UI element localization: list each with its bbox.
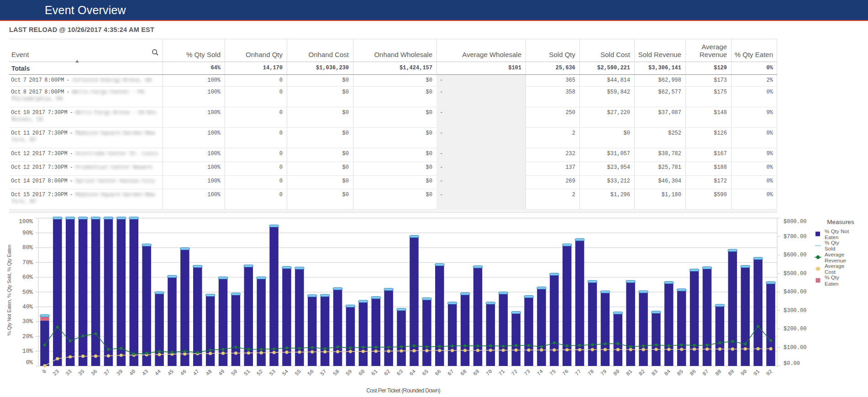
- svg-text:89: 89: [727, 368, 736, 377]
- svg-text:40: 40: [128, 368, 137, 377]
- svg-text:% Qty: % Qty: [825, 240, 839, 246]
- svg-text:65: 65: [421, 368, 430, 377]
- svg-text:90: 90: [739, 368, 748, 377]
- svg-text:% Qty: % Qty: [825, 274, 839, 280]
- svg-text:35: 35: [77, 368, 86, 377]
- svg-text:75: 75: [548, 368, 557, 377]
- svg-text:30%: 30%: [22, 318, 33, 325]
- svg-text:48: 48: [205, 368, 213, 377]
- svg-text:33: 33: [64, 368, 73, 377]
- svg-text:36: 36: [90, 368, 99, 377]
- svg-text:50%: 50%: [22, 289, 33, 296]
- svg-text:% Qty Not Eaten, % Qty Sold, %: % Qty Not Eaten, % Qty Sold, % Qty Eaten: [6, 245, 12, 335]
- svg-text:$300.00: $300.00: [784, 308, 806, 314]
- svg-text:$700.00: $700.00: [784, 234, 806, 240]
- svg-text:10%: 10%: [22, 348, 33, 355]
- svg-text:$400.00: $400.00: [784, 289, 806, 295]
- svg-text:52: 52: [255, 368, 264, 377]
- svg-text:39: 39: [115, 368, 124, 377]
- svg-text:20%: 20%: [22, 333, 33, 340]
- svg-text:79: 79: [600, 368, 608, 377]
- svg-text:66: 66: [434, 368, 442, 377]
- svg-text:88: 88: [714, 368, 723, 377]
- svg-text:73: 73: [523, 368, 531, 377]
- svg-text:68: 68: [459, 368, 468, 377]
- svg-text:87: 87: [701, 368, 710, 377]
- svg-text:40%: 40%: [22, 303, 33, 310]
- svg-text:58: 58: [332, 368, 341, 377]
- svg-text:50: 50: [230, 368, 239, 377]
- svg-text:43: 43: [141, 368, 149, 377]
- svg-text:56: 56: [306, 368, 315, 377]
- svg-text:44: 44: [153, 368, 162, 377]
- svg-text:$800.00: $800.00: [784, 219, 806, 225]
- svg-text:46: 46: [179, 368, 188, 377]
- svg-text:81: 81: [625, 368, 633, 377]
- svg-text:45: 45: [166, 368, 175, 377]
- svg-text:78: 78: [587, 368, 595, 377]
- svg-text:72: 72: [510, 368, 519, 377]
- svg-text:Cost: Cost: [825, 269, 836, 275]
- svg-text:76: 76: [561, 368, 570, 377]
- svg-text:61: 61: [370, 368, 379, 377]
- svg-text:37: 37: [103, 368, 111, 377]
- svg-text:62: 62: [383, 368, 391, 377]
- svg-text:$600.00: $600.00: [784, 252, 806, 258]
- svg-text:74: 74: [536, 368, 544, 377]
- svg-text:0: 0: [41, 368, 47, 375]
- svg-text:60%: 60%: [22, 274, 33, 281]
- svg-text:Sold: Sold: [825, 246, 835, 251]
- svg-text:77: 77: [574, 368, 583, 377]
- svg-text:0%: 0%: [26, 359, 33, 366]
- svg-text:51: 51: [242, 368, 251, 377]
- svg-text:54: 54: [281, 368, 289, 377]
- svg-text:63: 63: [395, 368, 404, 377]
- svg-text:90%: 90%: [22, 230, 33, 236]
- svg-text:70%: 70%: [22, 259, 33, 266]
- svg-text:$0.00: $0.00: [784, 360, 800, 367]
- svg-text:92: 92: [765, 368, 773, 377]
- svg-text:55: 55: [294, 368, 302, 377]
- svg-text:86: 86: [689, 368, 697, 377]
- svg-text:59: 59: [345, 368, 353, 377]
- svg-text:% Qty Not: % Qty Not: [825, 228, 849, 234]
- svg-text:53: 53: [268, 368, 277, 377]
- svg-text:57: 57: [319, 368, 328, 377]
- svg-text:91: 91: [752, 368, 761, 377]
- svg-text:83: 83: [650, 368, 659, 377]
- svg-text:Average: Average: [825, 263, 844, 269]
- svg-text:Eaten: Eaten: [825, 281, 839, 287]
- svg-text:$500.00: $500.00: [784, 271, 806, 277]
- svg-text:67: 67: [447, 368, 455, 377]
- svg-text:$100.00: $100.00: [784, 345, 806, 351]
- svg-text:Average: Average: [825, 251, 844, 257]
- svg-text:69: 69: [472, 368, 481, 377]
- svg-text:49: 49: [217, 368, 226, 377]
- svg-text:85: 85: [676, 368, 684, 377]
- svg-text:64: 64: [408, 368, 417, 377]
- svg-text:Eaten: Eaten: [825, 234, 839, 240]
- svg-text:82: 82: [637, 368, 646, 377]
- svg-text:80: 80: [612, 368, 621, 377]
- svg-text:71: 71: [497, 368, 506, 377]
- svg-text:23: 23: [52, 368, 60, 377]
- svg-text:Revenue: Revenue: [825, 257, 846, 263]
- svg-text:Cost Per Ticket (Rounded Down): Cost Per Ticket (Rounded Down): [366, 387, 440, 394]
- svg-text:84: 84: [663, 368, 672, 377]
- svg-text:Measures: Measures: [827, 219, 854, 225]
- svg-text:$200.00: $200.00: [784, 326, 806, 332]
- svg-text:70: 70: [484, 368, 493, 377]
- svg-text:100%: 100%: [19, 218, 33, 225]
- svg-text:47: 47: [192, 368, 200, 377]
- svg-text:60: 60: [358, 368, 366, 377]
- svg-text:80%: 80%: [22, 244, 33, 251]
